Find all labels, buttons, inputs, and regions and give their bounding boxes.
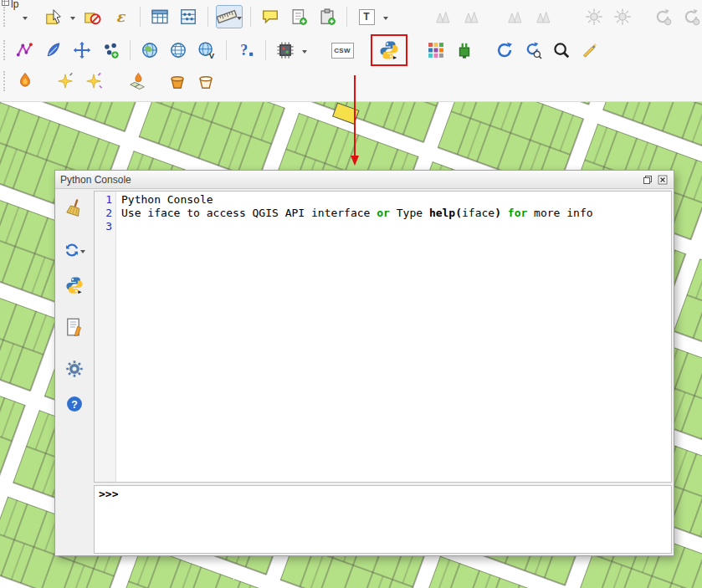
multiedit-button[interactable] [99, 38, 122, 62]
line-number: 2 [95, 207, 112, 220]
new-annotation-button[interactable] [287, 5, 310, 28]
close-button[interactable] [657, 174, 669, 186]
plugin-button[interactable] [453, 38, 476, 62]
statistics-button[interactable] [177, 5, 200, 28]
console-title-bar[interactable]: Python Console [55, 171, 674, 189]
map-tips-button[interactable] [259, 5, 282, 28]
options-button[interactable] [64, 358, 85, 380]
refresh-icon [495, 41, 514, 59]
toolbar-row-1: ε T [0, 0, 702, 33]
histogram-icon [434, 8, 453, 26]
text-annotation-button[interactable]: T [355, 5, 378, 28]
processing-icon [276, 41, 295, 59]
feather-digitize-button[interactable] [42, 38, 65, 62]
toolbar-separator [140, 7, 141, 27]
show-editor-button[interactable] [64, 316, 85, 338]
console-title: Python Console [60, 174, 642, 186]
flame-layers-icon [128, 72, 146, 90]
dropdown-icon[interactable] [383, 17, 388, 23]
globe-v-icon: V [197, 41, 216, 59]
move-feature-icon [73, 41, 91, 59]
search-button[interactable] [550, 38, 573, 62]
dropdown-icon [23, 17, 28, 23]
csw-button[interactable]: CSW [331, 38, 354, 62]
whats-this-button[interactable]: ? [234, 38, 258, 62]
python-console-highlight [371, 34, 407, 66]
bucket-outline-button[interactable] [194, 69, 218, 93]
main-toolbar-area: lp ε [0, 0, 702, 102]
histogram-icon [535, 8, 553, 26]
globe-v-button[interactable]: V [195, 38, 218, 62]
console-output[interactable]: 123 Python ConsoleUse iface to access QG… [94, 191, 672, 483]
histogram-button-2 [460, 5, 484, 28]
flame-layers-button[interactable] [126, 69, 149, 93]
metasearch-icon [169, 41, 187, 59]
magic-wand-button[interactable] [578, 38, 602, 62]
bucket-icon [168, 72, 187, 90]
options-icon [64, 359, 85, 379]
clipboard-annotation-icon [318, 8, 336, 26]
magic-wand-icon [581, 41, 599, 59]
vertex-tool-icon [16, 41, 34, 59]
processing-button[interactable] [274, 38, 297, 62]
console-toolbar: ? [55, 189, 94, 555]
import-class-button[interactable] [64, 239, 85, 261]
python-console-icon [65, 276, 84, 294]
line-number: 3 [95, 220, 112, 233]
clipboard-annotation-button[interactable] [315, 5, 339, 28]
code-line: Python Console [121, 193, 671, 207]
sun-icon [613, 8, 632, 26]
float-button[interactable] [642, 174, 653, 186]
svg-text:?: ? [240, 42, 248, 59]
attribute-table-button[interactable] [148, 5, 172, 28]
refresh-button[interactable] [493, 38, 516, 62]
menu-fragment-label: lp [11, 0, 18, 10]
console-input[interactable]: >>> [94, 485, 672, 554]
bucket-button[interactable] [166, 69, 189, 93]
sparkle-star-button-1[interactable] [54, 69, 77, 93]
help-button[interactable]: ? [64, 393, 85, 415]
csw-icon: CSW [331, 43, 354, 59]
sun-icon [585, 8, 603, 26]
refresh-search-icon [524, 41, 542, 59]
heatmap-button[interactable] [13, 69, 37, 93]
toolbar-handle[interactable] [3, 71, 7, 91]
sparkle-star-icon [85, 72, 103, 90]
toolbar-row-3 [0, 67, 702, 95]
run-command-button[interactable] [64, 274, 85, 296]
menu-fragment[interactable]: lp [2, 0, 18, 10]
toolbar-separator [250, 7, 251, 27]
select-by-expression-button[interactable]: ε [109, 5, 132, 28]
attribute-table-icon [151, 8, 169, 26]
histogram-icon [463, 8, 481, 26]
toolbar-row-2: V ? CSW [0, 33, 702, 67]
web-globe-button[interactable] [138, 38, 161, 62]
refresh-search-button[interactable] [521, 38, 545, 62]
import-class-icon [64, 241, 80, 259]
heatmap-icon [16, 72, 34, 90]
color-grid-icon [427, 41, 445, 59]
color-grid-button[interactable] [424, 38, 448, 62]
vertex-tool-button[interactable] [13, 38, 37, 62]
toolbar-handle[interactable] [3, 40, 7, 60]
map-tips-icon [261, 8, 279, 26]
code-line [121, 220, 671, 233]
metasearch-button[interactable] [167, 38, 190, 62]
clear-console-button[interactable] [64, 197, 85, 219]
sparkle-star-button-2[interactable] [82, 69, 105, 93]
move-feature-button[interactable] [70, 38, 94, 62]
python-console-icon [379, 40, 399, 60]
float-icon [643, 175, 653, 185]
plugin-icon [455, 41, 474, 59]
code-segment: Type [390, 207, 429, 219]
dropdown-icon[interactable] [70, 17, 75, 23]
histogram-icon [506, 8, 525, 26]
code-segment: for [508, 207, 527, 219]
deselect-button[interactable] [80, 5, 104, 28]
code-line: Use iface to access QGIS API interface o… [121, 207, 671, 220]
sparkle-star-icon [56, 72, 74, 90]
python-console-toolbar-button[interactable] [377, 38, 401, 62]
measure-button[interactable] [216, 5, 243, 28]
select-features-button[interactable] [42, 5, 65, 28]
dropdown-icon[interactable] [302, 50, 307, 56]
